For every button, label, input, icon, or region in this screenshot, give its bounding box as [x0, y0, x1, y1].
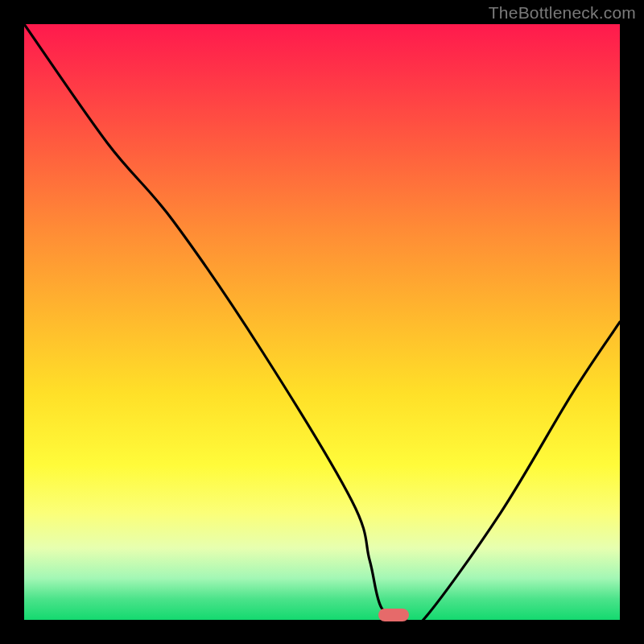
- curve-svg: [24, 24, 620, 620]
- bottleneck-curve-path: [24, 24, 620, 620]
- chart-frame: TheBottleneck.com: [0, 0, 644, 644]
- plot-area: [24, 24, 620, 620]
- watermark-text: TheBottleneck.com: [489, 3, 636, 23]
- optimal-marker: [378, 609, 409, 621]
